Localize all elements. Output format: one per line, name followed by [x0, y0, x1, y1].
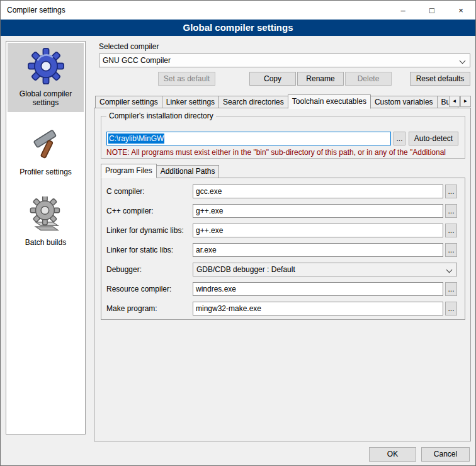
hammer-icon	[9, 127, 82, 162]
resource-compiler-input[interactable]: windres.exe	[193, 282, 443, 296]
sidebar-item-label: Profiler settings	[9, 168, 82, 176]
linker-dynamic-row: Linker for dynamic libs: g++.exe ...	[101, 224, 465, 237]
sidebar-item-batch-builds[interactable]: Batch builds	[8, 191, 84, 252]
install-dir-input[interactable]: C:\raylib\MinGW	[106, 132, 391, 145]
close-icon[interactable]: ×	[446, 1, 475, 20]
make-program-label: Make program:	[106, 304, 157, 313]
selected-compiler-value: GNU GCC Compiler	[103, 56, 171, 65]
gray-gear-stack-icon	[9, 196, 82, 233]
debugger-dropdown[interactable]: GDB/CDB debugger : Default	[193, 263, 457, 276]
program-files-tab-bar: Program Files Additional Paths	[101, 164, 218, 178]
toolchain-executables-panel: Compiler's installation directory C:\ray…	[94, 108, 471, 441]
installation-directory-group: Compiler's installation directory C:\ray…	[101, 116, 465, 159]
tab-scroll-left-icon[interactable]: ◄	[449, 96, 460, 107]
copy-button[interactable]: Copy	[249, 72, 296, 86]
tab-scroll-buttons: ◄ ►	[448, 96, 471, 107]
chevron-down-icon	[460, 58, 466, 64]
resource-compiler-browse-button[interactable]: ...	[445, 282, 457, 296]
sidebar-item-global-compiler-settings[interactable]: Global compiler settings	[8, 43, 84, 112]
linker-dynamic-browse-button[interactable]: ...	[445, 224, 457, 237]
linker-dynamic-label: Linker for dynamic libs:	[106, 226, 184, 235]
compiler-settings-dialog: Compiler settings – □ × Global compiler …	[0, 0, 476, 466]
resource-compiler-row: Resource compiler: windres.exe ...	[101, 282, 465, 296]
tab-linker-settings[interactable]: Linker settings	[162, 96, 219, 108]
make-program-row: Make program: mingw32-make.exe ...	[101, 302, 465, 315]
settings-category-sidebar: Global compiler settings Profiler settin…	[6, 41, 86, 435]
auto-detect-button[interactable]: Auto-detect	[409, 132, 458, 145]
sidebar-item-label: Batch builds	[9, 238, 82, 247]
delete-button[interactable]: Delete	[345, 72, 392, 86]
install-dir-browse-button[interactable]: ...	[394, 132, 405, 145]
sidebar-item-profiler-settings[interactable]: Profiler settings	[8, 122, 84, 181]
cpp-compiler-input[interactable]: g++.exe	[193, 204, 443, 218]
window-controls: – □ ×	[388, 1, 475, 20]
maximize-icon[interactable]: □	[417, 1, 446, 20]
rename-button[interactable]: Rename	[297, 72, 344, 86]
window-title: Compiler settings	[1, 6, 65, 14]
debugger-value: GDB/CDB debugger : Default	[196, 265, 295, 274]
debugger-label: Debugger:	[106, 265, 142, 274]
tab-toolchain-executables[interactable]: Toolchain executables	[288, 94, 371, 109]
make-program-input[interactable]: mingw32-make.exe	[193, 302, 443, 315]
c-compiler-label: C compiler:	[106, 187, 145, 196]
tab-scroll-right-icon[interactable]: ►	[460, 96, 471, 107]
tab-custom-variables[interactable]: Custom variables	[370, 96, 438, 108]
linker-static-input[interactable]: ar.exe	[193, 243, 443, 257]
sidebar-item-label: Global compiler settings	[9, 89, 82, 107]
cancel-button[interactable]: Cancel	[421, 447, 470, 462]
cpp-compiler-browse-button[interactable]: ...	[445, 204, 457, 218]
subtab-additional-paths[interactable]: Additional Paths	[156, 165, 220, 178]
linker-dynamic-input[interactable]: g++.exe	[193, 224, 443, 237]
chevron-down-icon	[446, 267, 453, 273]
program-files-panel: C compiler: gcc.exe ... C++ compiler: g+…	[101, 178, 465, 320]
selected-compiler-dropdown[interactable]: GNU GCC Compiler	[99, 54, 470, 67]
linker-static-row: Linker for static libs: ar.exe ...	[101, 243, 465, 257]
set-as-default-button[interactable]: Set as default	[158, 72, 215, 86]
resource-compiler-label: Resource compiler:	[106, 285, 171, 293]
title-bar: Compiler settings – □ ×	[1, 1, 475, 20]
installation-directory-legend: Compiler's installation directory	[106, 111, 216, 120]
settings-tab-bar: Compiler settings Linker settings Search…	[95, 94, 471, 108]
c-compiler-input[interactable]: gcc.exe	[193, 185, 443, 198]
blue-gear-icon	[9, 48, 82, 84]
debugger-row: Debugger: GDB/CDB debugger : Default	[101, 263, 465, 276]
cpp-compiler-label: C++ compiler:	[106, 207, 154, 215]
dialog-banner: Global compiler settings	[1, 20, 475, 36]
selected-compiler-label: Selected compiler	[99, 42, 159, 51]
minimize-icon[interactable]: –	[388, 1, 417, 20]
install-dir-selected-text: C:\raylib\MinGW	[108, 134, 164, 144]
subtab-program-files[interactable]: Program Files	[101, 164, 157, 178]
linker-static-label: Linker for static libs:	[106, 246, 173, 254]
make-program-browse-button[interactable]: ...	[445, 302, 457, 315]
bin-subdirectory-note: NOTE: All programs must exist either in …	[106, 148, 472, 157]
ok-button[interactable]: OK	[369, 447, 416, 462]
c-compiler-browse-button[interactable]: ...	[445, 185, 457, 198]
tab-search-directories[interactable]: Search directories	[218, 96, 288, 108]
linker-static-browse-button[interactable]: ...	[445, 243, 457, 257]
reset-defaults-button[interactable]: Reset defaults	[410, 72, 470, 86]
c-compiler-row: C compiler: gcc.exe ...	[101, 185, 465, 198]
tab-compiler-settings[interactable]: Compiler settings	[95, 96, 162, 108]
cpp-compiler-row: C++ compiler: g++.exe ...	[101, 204, 465, 218]
